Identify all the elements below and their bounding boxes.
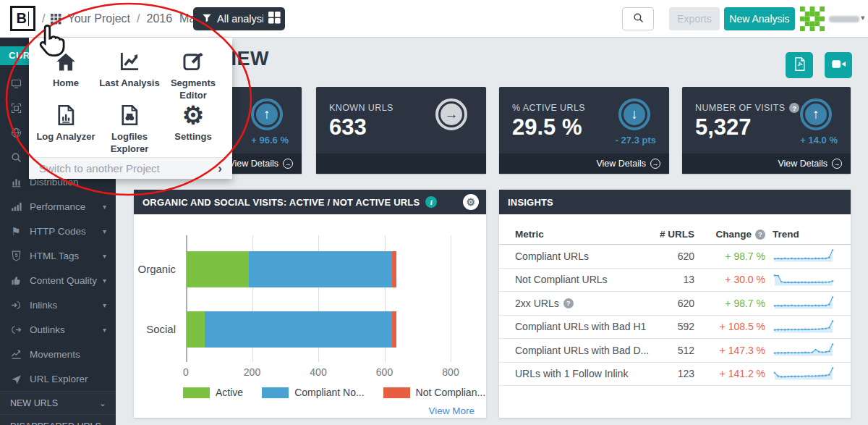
legend-swatch (383, 387, 410, 398)
logo-cursor-bar (28, 12, 30, 26)
chart-tick-label: 0 (183, 366, 189, 378)
chart-bar-organic[interactable] (187, 251, 396, 287)
help-icon: ? (755, 230, 765, 240)
menu-item-home[interactable]: Home (34, 48, 98, 90)
view-details-label: View Details (596, 159, 646, 169)
menu-item-log-analyzer[interactable]: Log Analyzer (34, 101, 98, 143)
outlink-icon (9, 324, 22, 336)
insights-table-header: Metric# URLSChange?Trend (499, 224, 851, 245)
exports-button[interactable]: Exports (669, 7, 720, 30)
view-details-label: View Details (778, 159, 827, 169)
arrow-right-circle-icon[interactable]: → (435, 98, 467, 130)
view-details-button[interactable]: View Details→ (499, 153, 669, 174)
sidebar-item-label: Inlinks (30, 300, 57, 311)
botify-dashboard: B / Your Project / 2016 May 1st All anal… (0, 0, 868, 425)
sidebar-item-movements[interactable]: Movements (0, 342, 116, 366)
bar-segment-compliant-no- (249, 251, 392, 287)
arrow-up-circle-icon: ↑ (251, 98, 283, 130)
bar-segment-active (187, 311, 205, 348)
breadcrumb-project[interactable]: Your Project (67, 12, 130, 25)
user-avatar[interactable] (800, 7, 825, 31)
sidebar-item-http-codes[interactable]: ⚑HTTP Codes▾ (0, 219, 116, 243)
sidebar-item-performance[interactable]: Performance▾ (0, 194, 116, 219)
performance-icon (9, 201, 22, 213)
log-analyzer-icon (54, 103, 78, 127)
chart-bar-social[interactable] (187, 311, 396, 348)
kpi-card-change: + 14.0 % (800, 135, 838, 146)
sidebar-item-inlinks[interactable]: Inlinks▾ (0, 293, 116, 317)
arrow-down-circle-icon: ↓ (618, 98, 650, 130)
insights-row-compliant-urls[interactable]: Compliant URLs620+ 98.7 % (499, 245, 851, 269)
last-analysis-icon (116, 49, 142, 74)
breadcrumb-year[interactable]: 2016 (146, 12, 172, 25)
username-redacted[interactable] (829, 16, 859, 22)
insights-row-urls-with-1-follow-inlink[interactable]: URLs with 1 Follow Inlink123+ 141.2 % (499, 363, 851, 387)
pdf-file-icon (793, 56, 807, 74)
menu-item-label: Home (34, 77, 98, 90)
metric-trend-sparkline (773, 339, 839, 362)
menu-item-label: Log Analyzer (34, 131, 98, 143)
menu-item-settings[interactable]: ⚙Settings (161, 101, 225, 143)
caret-down-icon: ▾ (103, 252, 106, 260)
menu-item-segments-editor[interactable]: Segments Editor (161, 48, 225, 102)
bar-segment-compliant-no- (205, 311, 391, 348)
insights-row-compliant-urls-with-bad-d-[interactable]: Compliant URLs with Bad D...512+ 147.3 % (499, 339, 851, 363)
kpi-card-title: KNOWN URLS (329, 103, 393, 113)
kpi-card-known-urls: KNOWN URLS633→ (316, 87, 486, 174)
legend-swatch (262, 387, 289, 398)
project-menu-grid-icon[interactable] (51, 14, 61, 25)
sidebar-section-disappeared-urls[interactable]: DISAPPEARED URLS (0, 414, 116, 425)
view-more-link[interactable]: View More (428, 405, 475, 416)
kpi-card-change: + 96.6 % (251, 135, 289, 146)
metric-trend-sparkline (773, 269, 839, 292)
metric-url-count: 123 (622, 363, 694, 386)
kpi-card-value: 5,327 (695, 114, 752, 140)
export-pdf-button[interactable] (786, 52, 813, 78)
sidebar-item-label: HTTP Codes (30, 226, 86, 237)
botify-logo[interactable]: B (10, 6, 35, 31)
sidebar-item-html-tags[interactable]: 5HTML Tags▾ (0, 243, 116, 268)
insights-row-not-compliant-urls[interactable]: Not Compliant URLs13+ 30.0 % (499, 269, 851, 293)
panel-settings-gear-icon[interactable]: ⚙ (463, 194, 479, 210)
apps-grid-button[interactable] (263, 7, 285, 30)
view-details-button[interactable]: View Details→ (682, 153, 851, 174)
top-navbar: B / Your Project / 2016 May 1st All anal… (0, 0, 868, 38)
chart-legend: ActiveCompliant No...Not Complian... (183, 387, 485, 398)
sidebar-section-label: DISAPPEARED URLS (10, 421, 101, 425)
metric-label: Compliant URLs (515, 245, 589, 268)
sidebar-item-url-explorer[interactable]: URL Explorer (0, 366, 116, 391)
sidebar-item-outlinks[interactable]: Outlinks▾ (0, 317, 116, 342)
metric-label: URLs with 1 Follow Inlink (515, 363, 628, 386)
metric-url-count: 13 (622, 269, 694, 292)
search-button[interactable] (622, 7, 654, 30)
sidebar-section-new-urls[interactable]: NEW URLS⌄ (0, 391, 116, 414)
menu-item-label: Last Analysis (98, 77, 161, 90)
menu-item-last-analysis[interactable]: Last Analysis (98, 48, 161, 90)
metric-trend-sparkline (773, 245, 839, 268)
column-header-change: Change? (699, 224, 765, 244)
inlink-icon (9, 299, 22, 311)
metric-url-count: 620 (622, 245, 694, 268)
chevron-right-icon: › (218, 161, 222, 176)
metric-change: + 141.2 % (699, 363, 765, 386)
sidebar-item-content-quality[interactable]: Content Quality▾ (0, 268, 116, 293)
bar-segment-not-complian- (392, 251, 396, 287)
menu-item-logfiles-explorer[interactable]: Logfiles Explorer (98, 101, 161, 156)
metric-change: + 108.5 % (699, 316, 765, 339)
insights-panel: INSIGHTS Metric# URLSChange?TrendComplia… (499, 190, 851, 418)
bar-chart-icon (9, 176, 22, 188)
kpi-card-title: % ACTIVE URLS (512, 103, 585, 113)
video-tutorial-button[interactable] (825, 52, 852, 78)
insights-row-2xx-urls[interactable]: 2xx URLs?620+ 98.7 % (499, 292, 851, 316)
arrow-up-circle-icon: ↑ (800, 98, 832, 130)
switch-project-item[interactable]: Switch to another Project › (29, 157, 232, 179)
sidebar-item-label: Outlinks (30, 324, 65, 335)
metric-label: Not Compliant URLs (515, 269, 608, 292)
insights-row-compliant-urls-with-bad-h1[interactable]: Compliant URLs with Bad H1592+ 108.5 % (499, 316, 851, 340)
info-icon[interactable]: i (425, 196, 437, 208)
sparkline-chart (773, 340, 836, 360)
chevron-down-icon: ⌄ (99, 398, 106, 408)
legend-item: Compliant No... (262, 387, 364, 398)
new-analysis-button[interactable]: New Analysis (724, 7, 795, 30)
sparkline-chart (773, 364, 836, 384)
